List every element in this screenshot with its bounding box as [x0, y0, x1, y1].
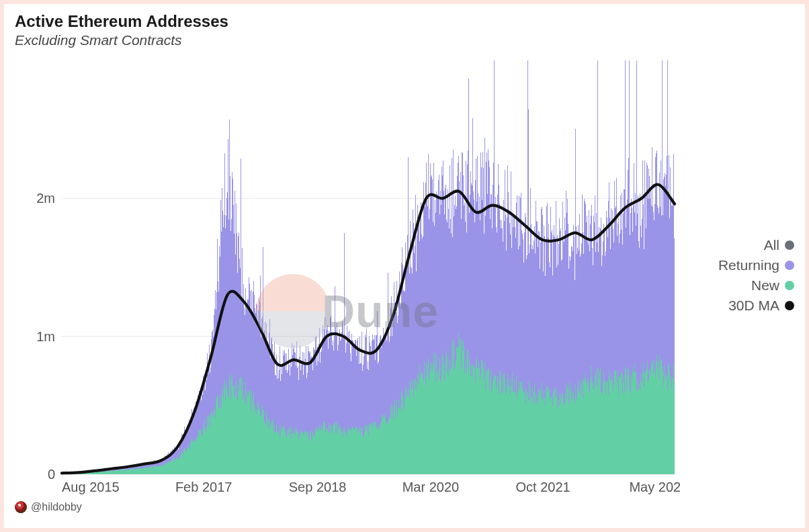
plot-area[interactable]: Dune 01m2mAug 2015Feb 2017Sep 2018Mar 20…: [15, 54, 680, 497]
svg-rect-263: [204, 384, 204, 429]
svg-rect-1548: [300, 435, 300, 474]
svg-rect-2160: [638, 363, 638, 474]
svg-rect-1678: [371, 426, 372, 474]
svg-rect-541: [357, 341, 357, 433]
svg-rect-1311: [169, 463, 169, 474]
svg-rect-1964: [529, 381, 529, 474]
svg-rect-1291: [158, 466, 159, 474]
svg-rect-833: [518, 249, 519, 387]
svg-rect-523: [347, 326, 347, 429]
svg-rect-1584: [319, 427, 320, 474]
svg-rect-689: [439, 175, 439, 369]
svg-text:Sep 2018: Sep 2018: [289, 480, 347, 494]
svg-rect-428: [294, 352, 295, 427]
svg-rect-2194: [656, 371, 656, 474]
svg-rect-610: [395, 302, 396, 418]
svg-rect-1961: [527, 392, 528, 474]
svg-rect-1483: [263, 410, 264, 474]
svg-rect-1677: [371, 423, 372, 474]
svg-rect-1177: [95, 472, 95, 474]
svg-rect-816: [509, 214, 509, 387]
svg-rect-346: [249, 283, 250, 391]
svg-rect-913: [562, 202, 563, 395]
svg-rect-2019: [560, 404, 560, 474]
svg-rect-1084: [656, 150, 657, 355]
svg-rect-1434: [237, 398, 237, 474]
svg-rect-605: [392, 323, 393, 405]
svg-rect-2032: [566, 400, 567, 474]
svg-rect-1529: [289, 428, 290, 474]
svg-rect-585: [381, 348, 382, 421]
svg-rect-1767: [421, 392, 421, 474]
svg-rect-2099: [603, 372, 604, 474]
svg-rect-923: [568, 224, 568, 384]
svg-rect-367: [261, 337, 261, 416]
attribution[interactable]: @hildobby: [15, 501, 794, 513]
svg-text:1m: 1m: [36, 329, 55, 344]
legend-item-ma[interactable]: 30D MA: [687, 298, 794, 314]
svg-rect-651: [417, 205, 418, 374]
svg-rect-242: [191, 409, 192, 437]
svg-rect-2135: [624, 374, 624, 474]
svg-rect-461: [312, 370, 313, 432]
legend-item-returning[interactable]: Returning: [687, 257, 794, 273]
svg-rect-1647: [354, 429, 355, 474]
svg-rect-1285: [155, 466, 155, 474]
svg-rect-1744: [408, 394, 409, 474]
svg-rect-1492: [269, 419, 269, 474]
svg-rect-1533: [291, 439, 292, 474]
svg-rect-2035: [568, 404, 569, 474]
svg-rect-669: [427, 206, 428, 364]
svg-rect-1696: [381, 421, 382, 474]
svg-rect-1441: [241, 378, 241, 474]
chart-title: Active Ethereum Addresses: [15, 12, 794, 31]
svg-rect-890: [550, 267, 550, 402]
legend-item-new[interactable]: New: [687, 277, 794, 294]
svg-rect-1038: [631, 199, 632, 380]
svg-rect-1690: [378, 430, 378, 474]
svg-rect-436: [299, 357, 300, 437]
svg-rect-645: [415, 242, 415, 378]
svg-rect-1487: [266, 416, 267, 474]
svg-rect-1259: [140, 468, 140, 474]
svg-rect-1560: [306, 436, 307, 474]
svg-rect-942: [579, 237, 579, 394]
svg-rect-2198: [658, 380, 659, 474]
svg-rect-2078: [592, 382, 593, 474]
svg-rect-600: [390, 327, 390, 406]
svg-rect-448: [306, 346, 306, 430]
svg-rect-1641: [351, 431, 351, 474]
svg-rect-962: [589, 251, 590, 394]
svg-rect-1378: [206, 427, 206, 474]
svg-rect-2026: [563, 402, 564, 474]
svg-rect-1007: [614, 181, 615, 371]
svg-rect-893: [551, 232, 552, 398]
svg-rect-1844: [463, 341, 464, 474]
svg-rect-1348: [189, 447, 189, 474]
svg-rect-2158: [636, 391, 637, 474]
svg-rect-925: [569, 273, 570, 400]
svg-rect-1618: [338, 431, 339, 474]
svg-rect-2216: [669, 368, 669, 474]
legend-item-all[interactable]: All: [687, 237, 794, 253]
svg-rect-1558: [305, 432, 306, 474]
svg-rect-1708: [388, 424, 388, 474]
svg-rect-2220: [671, 377, 671, 474]
svg-rect-794: [497, 232, 497, 385]
svg-rect-739: [466, 232, 467, 373]
svg-rect-2010: [554, 388, 555, 474]
svg-rect-1960: [527, 396, 527, 474]
svg-rect-1683: [374, 434, 375, 474]
svg-rect-1079: [654, 220, 654, 361]
svg-rect-1642: [351, 427, 352, 474]
svg-rect-1790: [433, 378, 434, 474]
svg-rect-2196: [657, 369, 658, 474]
svg-rect-1398: [216, 398, 217, 474]
svg-rect-1756: [415, 378, 415, 474]
svg-rect-912: [562, 259, 562, 392]
svg-rect-480: [323, 337, 324, 421]
svg-rect-987: [603, 247, 604, 378]
svg-rect-941: [578, 225, 579, 380]
svg-rect-1903: [495, 375, 496, 474]
svg-rect-259: [201, 400, 202, 435]
